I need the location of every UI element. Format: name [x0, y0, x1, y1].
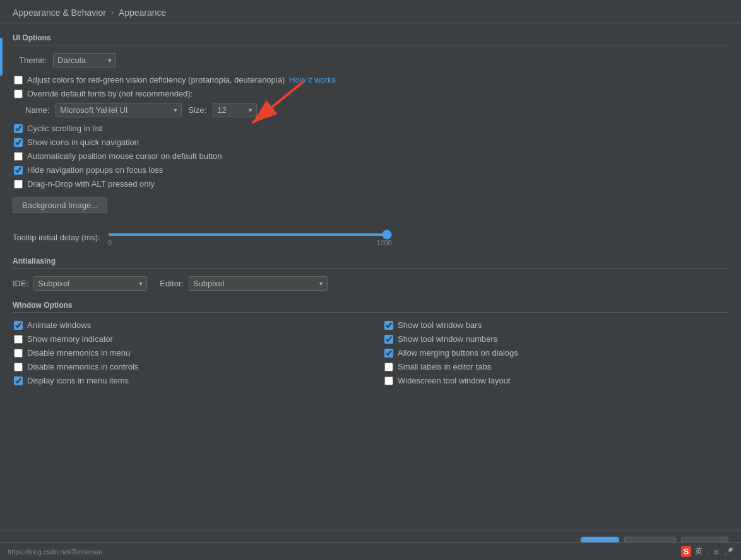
- font-name-select-wrapper: Microsoft YaHei UI Arial Consolas Segoe …: [56, 103, 182, 117]
- widescreen-label[interactable]: Widescreen tool window layout: [398, 376, 510, 385]
- theme-label: Theme:: [19, 55, 47, 65]
- theme-select[interactable]: Darcula IntelliJ High contrast: [53, 53, 116, 67]
- font-row: Name: Microsoft YaHei UI Arial Consolas …: [13, 103, 728, 117]
- cyclic-scrolling-row: Cyclic scrolling in list: [13, 124, 728, 133]
- ui-options-title: UI Options: [13, 33, 728, 45]
- animate-windows-label[interactable]: Animate windows: [27, 320, 91, 330]
- hide-nav-popups-checkbox[interactable]: [14, 166, 23, 175]
- tooltip-slider-section: Tooltip initial delay (ms): 0 1200: [13, 228, 728, 247]
- breadcrumb-current: Appearance: [119, 8, 167, 18]
- content-area: UI Options Theme: Darcula IntelliJ High …: [0, 23, 741, 530]
- display-icons-menu-checkbox[interactable]: [14, 376, 23, 385]
- small-labels-label[interactable]: Small labels in editor tabs: [398, 362, 491, 371]
- small-labels-checkbox[interactable]: [384, 363, 393, 371]
- left-accent-bar: [0, 38, 3, 76]
- window-options-col2: Show tool window bars Show tool window n…: [383, 320, 728, 390]
- auto-position-mouse-label[interactable]: Automatically position mouse cursor on d…: [27, 151, 222, 161]
- font-size-label: Size:: [188, 105, 206, 115]
- show-tool-window-bars-label[interactable]: Show tool window bars: [398, 320, 482, 330]
- breadcrumb-parent[interactable]: Appearance & Behavior: [13, 8, 106, 18]
- cyclic-scrolling-label[interactable]: Cyclic scrolling in list: [27, 124, 102, 133]
- disable-mnemonics-menu-row: Disable mnemonics in menu: [13, 348, 358, 358]
- main-container: Appearance & Behavior › Appearance UI Op…: [0, 0, 741, 560]
- font-name-label: Name:: [25, 105, 49, 115]
- status-bar: https://blog.csdn.net/Terrieman S 英 · ☺ …: [0, 542, 741, 560]
- background-image-button[interactable]: Background Image...: [13, 197, 107, 213]
- background-image-section: Background Image...: [13, 195, 728, 222]
- animate-windows-checkbox[interactable]: [14, 321, 23, 330]
- slider-max-value: 1200: [376, 239, 391, 247]
- status-bar-lang: 英: [695, 546, 702, 557]
- disable-mnemonics-menu-checkbox[interactable]: [14, 349, 23, 358]
- ide-antialiasing-item: IDE: Subpixel Greyscale None: [13, 276, 147, 291]
- status-bar-dot: ·: [706, 547, 708, 556]
- drag-drop-alt-checkbox[interactable]: [14, 180, 23, 189]
- window-options-col1: Animate windows Show memory indicator Di…: [13, 320, 358, 390]
- antialiasing-row: IDE: Subpixel Greyscale None Editor: Sub…: [13, 276, 728, 291]
- show-tool-window-bars-row: Show tool window bars: [383, 320, 728, 330]
- show-icons-quick-nav-checkbox[interactable]: [14, 138, 23, 147]
- small-labels-row: Small labels in editor tabs: [383, 362, 728, 371]
- widescreen-checkbox[interactable]: [384, 376, 393, 385]
- auto-position-mouse-checkbox[interactable]: [14, 152, 23, 161]
- disable-mnemonics-controls-checkbox[interactable]: [14, 363, 23, 371]
- drag-drop-alt-label[interactable]: Drag-n-Drop with ALT pressed only: [27, 179, 155, 189]
- ide-antialiasing-label: IDE:: [13, 279, 28, 288]
- show-icons-quick-nav-row: Show icons in quick navigation: [13, 137, 728, 147]
- tooltip-delay-slider[interactable]: [108, 233, 392, 236]
- hide-nav-popups-row: Hide navigation popups on focus loss: [13, 165, 728, 175]
- header: Appearance & Behavior › Appearance: [0, 0, 741, 23]
- show-memory-checkbox[interactable]: [14, 335, 23, 344]
- slider-container: 0 1200: [108, 228, 392, 247]
- adjust-colors-checkbox[interactable]: [14, 76, 23, 85]
- disable-mnemonics-controls-row: Disable mnemonics in controls: [13, 362, 358, 371]
- drag-drop-alt-row: Drag-n-Drop with ALT pressed only: [13, 179, 728, 189]
- theme-row: Theme: Darcula IntelliJ High contrast: [13, 53, 728, 67]
- widescreen-row: Widescreen tool window layout: [383, 376, 728, 385]
- allow-merging-buttons-label[interactable]: Allow merging buttons on dialogs: [398, 348, 518, 358]
- ide-antialiasing-select-wrapper: Subpixel Greyscale None: [33, 276, 147, 291]
- font-size-select[interactable]: 10 11 12 13 14: [213, 103, 257, 117]
- editor-antialiasing-select-wrapper: Subpixel Greyscale None: [189, 276, 328, 291]
- override-fonts-label[interactable]: Override default fonts by (not recommend…: [27, 89, 193, 98]
- status-bar-right: S 英 · ☺ 🎤: [681, 546, 733, 557]
- animate-windows-row: Animate windows: [13, 320, 358, 330]
- disable-mnemonics-menu-label[interactable]: Disable mnemonics in menu: [27, 348, 130, 358]
- status-s-logo: S: [681, 546, 692, 557]
- auto-position-mouse-row: Automatically position mouse cursor on d…: [13, 151, 728, 161]
- tooltip-delay-label: Tooltip initial delay (ms):: [13, 233, 100, 242]
- breadcrumb-separator: ›: [111, 8, 114, 17]
- show-memory-label[interactable]: Show memory indicator: [27, 334, 113, 344]
- show-tool-window-numbers-label[interactable]: Show tool window numbers: [398, 334, 497, 344]
- editor-antialiasing-select[interactable]: Subpixel Greyscale None: [189, 276, 328, 291]
- how-it-works-link[interactable]: How it works: [289, 75, 336, 85]
- override-fonts-row: Override default fonts by (not recommend…: [13, 89, 728, 98]
- ide-antialiasing-select[interactable]: Subpixel Greyscale None: [33, 276, 147, 291]
- status-bar-emoji: ☺: [713, 547, 720, 556]
- show-tool-window-bars-checkbox[interactable]: [384, 321, 393, 330]
- font-name-select[interactable]: Microsoft YaHei UI Arial Consolas Segoe …: [56, 103, 182, 117]
- antialiasing-section: Antialiasing IDE: Subpixel Greyscale Non…: [13, 257, 728, 291]
- slider-row: Tooltip initial delay (ms): 0 1200: [13, 228, 728, 247]
- slider-values: 0 1200: [108, 239, 392, 247]
- show-icons-quick-nav-label[interactable]: Show icons in quick navigation: [27, 137, 139, 147]
- display-icons-menu-row: Display icons in menu items: [13, 376, 358, 385]
- cyclic-scrolling-checkbox[interactable]: [14, 124, 23, 133]
- editor-antialiasing-label: Editor:: [160, 279, 184, 288]
- show-memory-row: Show memory indicator: [13, 334, 358, 344]
- window-options-grid: Animate windows Show memory indicator Di…: [13, 320, 728, 390]
- disable-mnemonics-controls-label[interactable]: Disable mnemonics in controls: [27, 362, 138, 371]
- display-icons-menu-label[interactable]: Display icons in menu items: [27, 376, 129, 385]
- show-tool-window-numbers-checkbox[interactable]: [384, 335, 393, 344]
- breadcrumb: Appearance & Behavior › Appearance: [13, 8, 728, 18]
- allow-merging-buttons-checkbox[interactable]: [384, 349, 393, 358]
- adjust-colors-label[interactable]: Adjust colors for red-green vision defic…: [27, 75, 285, 85]
- status-bar-url: https://blog.csdn.net/Terrieman: [8, 548, 102, 556]
- show-tool-window-numbers-row: Show tool window numbers: [383, 334, 728, 344]
- override-fonts-checkbox[interactable]: [14, 90, 23, 98]
- status-bar-mic: 🎤: [724, 547, 733, 556]
- theme-select-wrapper: Darcula IntelliJ High contrast: [53, 53, 116, 67]
- font-size-select-wrapper: 10 11 12 13 14: [213, 103, 257, 117]
- window-options-title: Window Options: [13, 301, 728, 313]
- hide-nav-popups-label[interactable]: Hide navigation popups on focus loss: [27, 165, 163, 175]
